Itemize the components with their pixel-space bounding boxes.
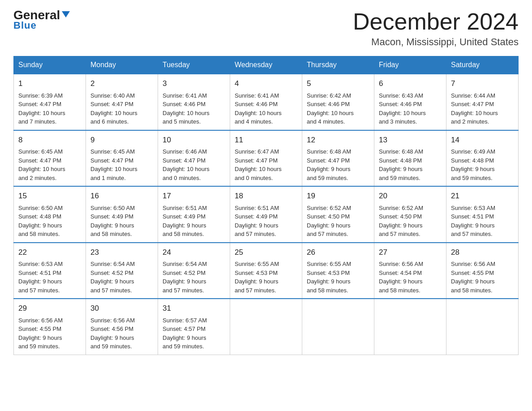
day-info: Sunrise: 6:48 AMSunset: 4:48 PMDaylight:… [379, 147, 442, 182]
day-cell-11: 11Sunrise: 6:47 AMSunset: 4:47 PMDayligh… [230, 130, 302, 187]
day-number: 19 [307, 190, 369, 202]
day-number: 8 [18, 134, 81, 146]
day-cell-7: 7Sunrise: 6:44 AMSunset: 4:47 PMDaylight… [446, 74, 519, 130]
day-info: Sunrise: 6:56 AMSunset: 4:55 PMDaylight:… [451, 260, 514, 295]
day-info: Sunrise: 6:45 AMSunset: 4:47 PMDaylight:… [18, 147, 81, 182]
day-number: 18 [235, 190, 297, 202]
day-info: Sunrise: 6:53 AMSunset: 4:51 PMDaylight:… [451, 204, 514, 239]
day-cell-23: 23Sunrise: 6:54 AMSunset: 4:52 PMDayligh… [86, 243, 158, 299]
day-number: 23 [90, 247, 153, 258]
day-number: 27 [379, 247, 442, 258]
day-cell-15: 15Sunrise: 6:50 AMSunset: 4:48 PMDayligh… [14, 186, 86, 243]
day-number: 16 [90, 190, 153, 202]
empty-cell [230, 299, 302, 355]
day-number: 28 [451, 247, 514, 258]
day-info: Sunrise: 6:41 AMSunset: 4:46 PMDaylight:… [235, 91, 297, 126]
day-cell-2: 2Sunrise: 6:40 AMSunset: 4:47 PMDaylight… [86, 74, 158, 130]
day-number: 9 [90, 134, 153, 146]
weekday-header-sunday: Sunday [14, 56, 86, 74]
day-cell-8: 8Sunrise: 6:45 AMSunset: 4:47 PMDaylight… [14, 130, 86, 187]
day-info: Sunrise: 6:39 AMSunset: 4:47 PMDaylight:… [18, 91, 81, 126]
day-info: Sunrise: 6:57 AMSunset: 4:57 PMDaylight:… [163, 316, 225, 351]
weekday-header-friday: Friday [374, 56, 446, 74]
day-number: 22 [18, 247, 81, 258]
day-cell-27: 27Sunrise: 6:56 AMSunset: 4:54 PMDayligh… [374, 243, 446, 299]
day-info: Sunrise: 6:43 AMSunset: 4:46 PMDaylight:… [379, 91, 442, 126]
day-info: Sunrise: 6:56 AMSunset: 4:54 PMDaylight:… [379, 260, 442, 295]
empty-cell [374, 299, 446, 355]
week-row-3: 15Sunrise: 6:50 AMSunset: 4:48 PMDayligh… [14, 186, 519, 243]
day-number: 5 [307, 78, 369, 90]
weekday-header-row: SundayMondayTuesdayWednesdayThursdayFrid… [14, 56, 519, 74]
day-info: Sunrise: 6:42 AMSunset: 4:46 PMDaylight:… [307, 91, 369, 126]
day-cell-22: 22Sunrise: 6:53 AMSunset: 4:51 PMDayligh… [14, 243, 86, 299]
day-info: Sunrise: 6:53 AMSunset: 4:51 PMDaylight:… [18, 260, 81, 295]
day-cell-18: 18Sunrise: 6:51 AMSunset: 4:49 PMDayligh… [230, 186, 302, 243]
day-info: Sunrise: 6:56 AMSunset: 4:55 PMDaylight:… [18, 316, 81, 351]
day-cell-10: 10Sunrise: 6:46 AMSunset: 4:47 PMDayligh… [158, 130, 230, 187]
weekday-header-thursday: Thursday [302, 56, 374, 74]
day-cell-6: 6Sunrise: 6:43 AMSunset: 4:46 PMDaylight… [374, 74, 446, 130]
day-number: 31 [163, 303, 225, 314]
day-number: 15 [18, 190, 81, 202]
weekday-header-tuesday: Tuesday [158, 56, 230, 74]
day-info: Sunrise: 6:56 AMSunset: 4:56 PMDaylight:… [90, 316, 153, 351]
day-cell-5: 5Sunrise: 6:42 AMSunset: 4:46 PMDaylight… [302, 74, 374, 130]
logo-triangle-icon [61, 9, 71, 19]
svg-marker-0 [62, 11, 70, 17]
day-number: 26 [307, 247, 369, 258]
day-cell-9: 9Sunrise: 6:45 AMSunset: 4:47 PMDaylight… [86, 130, 158, 187]
week-row-4: 22Sunrise: 6:53 AMSunset: 4:51 PMDayligh… [14, 243, 519, 299]
day-cell-13: 13Sunrise: 6:48 AMSunset: 4:48 PMDayligh… [374, 130, 446, 187]
day-info: Sunrise: 6:50 AMSunset: 4:48 PMDaylight:… [18, 204, 81, 239]
weekday-header-wednesday: Wednesday [230, 56, 302, 74]
day-cell-26: 26Sunrise: 6:55 AMSunset: 4:53 PMDayligh… [302, 243, 374, 299]
day-number: 21 [451, 190, 514, 202]
day-number: 10 [163, 134, 225, 146]
day-cell-29: 29Sunrise: 6:56 AMSunset: 4:55 PMDayligh… [14, 299, 86, 355]
day-number: 24 [163, 247, 225, 258]
day-number: 29 [18, 303, 81, 314]
logo: General Blue [13, 9, 71, 31]
month-title: December 2024 [353, 9, 519, 34]
day-number: 17 [163, 190, 225, 202]
day-info: Sunrise: 6:48 AMSunset: 4:47 PMDaylight:… [307, 147, 369, 182]
day-info: Sunrise: 6:54 AMSunset: 4:52 PMDaylight:… [163, 260, 225, 295]
day-cell-4: 4Sunrise: 6:41 AMSunset: 4:46 PMDaylight… [230, 74, 302, 130]
day-info: Sunrise: 6:55 AMSunset: 4:53 PMDaylight:… [307, 260, 369, 295]
day-cell-30: 30Sunrise: 6:56 AMSunset: 4:56 PMDayligh… [86, 299, 158, 355]
day-number: 3 [163, 78, 225, 90]
day-number: 7 [451, 78, 514, 90]
day-cell-28: 28Sunrise: 6:56 AMSunset: 4:55 PMDayligh… [446, 243, 519, 299]
day-number: 4 [235, 78, 297, 90]
day-info: Sunrise: 6:54 AMSunset: 4:52 PMDaylight:… [90, 260, 153, 295]
weekday-header-saturday: Saturday [446, 56, 519, 74]
day-number: 11 [235, 134, 297, 146]
day-cell-31: 31Sunrise: 6:57 AMSunset: 4:57 PMDayligh… [158, 299, 230, 355]
title-area: December 2024 Macon, Mississippi, United… [353, 9, 519, 48]
week-row-1: 1Sunrise: 6:39 AMSunset: 4:47 PMDaylight… [14, 74, 519, 130]
day-cell-16: 16Sunrise: 6:50 AMSunset: 4:49 PMDayligh… [86, 186, 158, 243]
day-cell-21: 21Sunrise: 6:53 AMSunset: 4:51 PMDayligh… [446, 186, 519, 243]
day-number: 2 [90, 78, 153, 90]
day-info: Sunrise: 6:41 AMSunset: 4:46 PMDaylight:… [163, 91, 225, 126]
day-number: 25 [235, 247, 297, 258]
day-info: Sunrise: 6:46 AMSunset: 4:47 PMDaylight:… [163, 147, 225, 182]
day-cell-12: 12Sunrise: 6:48 AMSunset: 4:47 PMDayligh… [302, 130, 374, 187]
day-info: Sunrise: 6:51 AMSunset: 4:49 PMDaylight:… [163, 204, 225, 239]
day-number: 13 [379, 134, 442, 146]
day-info: Sunrise: 6:52 AMSunset: 4:50 PMDaylight:… [379, 204, 442, 239]
day-number: 12 [307, 134, 369, 146]
day-info: Sunrise: 6:51 AMSunset: 4:49 PMDaylight:… [235, 204, 297, 239]
day-number: 1 [18, 78, 81, 90]
day-cell-19: 19Sunrise: 6:52 AMSunset: 4:50 PMDayligh… [302, 186, 374, 243]
calendar-table: SundayMondayTuesdayWednesdayThursdayFrid… [13, 56, 519, 355]
week-row-5: 29Sunrise: 6:56 AMSunset: 4:55 PMDayligh… [14, 299, 519, 355]
day-cell-20: 20Sunrise: 6:52 AMSunset: 4:50 PMDayligh… [374, 186, 446, 243]
day-cell-25: 25Sunrise: 6:55 AMSunset: 4:53 PMDayligh… [230, 243, 302, 299]
day-number: 30 [90, 303, 153, 314]
day-info: Sunrise: 6:50 AMSunset: 4:49 PMDaylight:… [90, 204, 153, 239]
day-info: Sunrise: 6:55 AMSunset: 4:53 PMDaylight:… [235, 260, 297, 295]
day-info: Sunrise: 6:47 AMSunset: 4:47 PMDaylight:… [235, 147, 297, 182]
day-cell-3: 3Sunrise: 6:41 AMSunset: 4:46 PMDaylight… [158, 74, 230, 130]
